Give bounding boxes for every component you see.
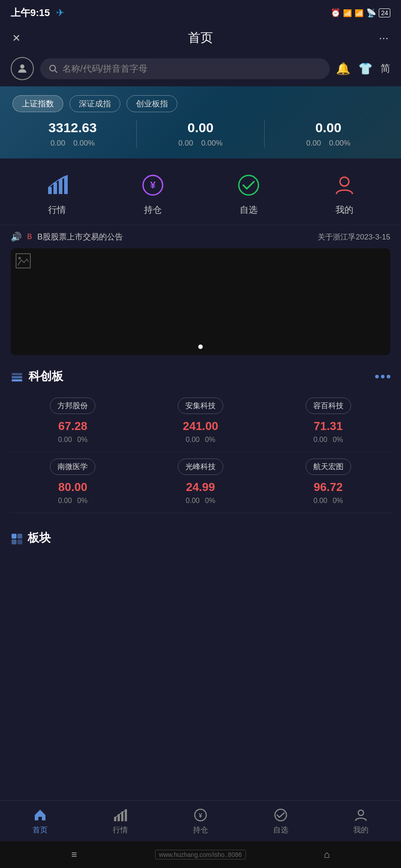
system-menu-button[interactable]: ≡ — [71, 849, 77, 860]
chuangye-change: 0.00 0.00% — [306, 139, 350, 148]
kechuangban-title-wrap: 科创板 — [11, 369, 63, 384]
nav-item-market[interactable]: 行情 — [43, 171, 71, 216]
banner-image — [11, 248, 390, 355]
wifi-icon: 📡 — [366, 8, 376, 18]
person-icon — [16, 62, 29, 75]
chuangye-change1: 0.00 — [306, 139, 321, 148]
index-divider1 — [136, 120, 137, 148]
svg-rect-14 — [12, 376, 22, 378]
svg-point-0 — [20, 65, 24, 69]
close-button[interactable]: × — [12, 30, 30, 45]
banke-icon — [11, 532, 23, 544]
page-title: 首页 — [30, 29, 371, 46]
battery-icon: 24 — [379, 8, 390, 17]
nav-label-position: 持仓 — [144, 204, 162, 216]
stock-item-3[interactable]: 南微医学 80.00 0.00 0% — [9, 452, 137, 513]
svg-rect-17 — [17, 534, 22, 539]
svg-rect-5 — [59, 179, 62, 194]
stock-grid: 方邦股份 67.28 0.00 0% 安集科技 241.00 0.00 0% 容… — [0, 391, 401, 522]
svg-line-2 — [55, 70, 57, 73]
stock-price-0: 67.28 — [58, 419, 87, 433]
banner-dot-1 — [198, 345, 203, 349]
stock-change2-4: 0% — [205, 497, 215, 505]
system-home-button[interactable]: ⌂ — [324, 849, 330, 860]
stock-name-5[interactable]: 航天宏图 — [306, 458, 351, 475]
shanghai-value: 3312.63 — [49, 120, 97, 135]
position-nav-icon: ¥ — [193, 808, 208, 822]
announcement-text: B股股票上市交易的公告 — [37, 231, 313, 242]
banke-title: 板块 — [28, 530, 51, 546]
stock-change2-3: 0% — [77, 497, 87, 505]
home-nav-icon — [33, 808, 47, 822]
more-dot-1 — [375, 375, 379, 378]
search-placeholder: 名称/代码/拼音首字母 — [62, 63, 147, 75]
bottom-nav-home-label: 首页 — [33, 825, 48, 835]
search-bar: 名称/代码/拼音首字母 🔔 👕 简 — [0, 53, 401, 86]
kechuangban-more[interactable] — [375, 375, 390, 378]
position-icon: ¥ — [139, 171, 167, 199]
nav-label-watchlist: 自选 — [240, 204, 258, 216]
svg-point-27 — [358, 810, 364, 815]
bottom-nav-mine[interactable]: 我的 — [321, 808, 401, 835]
watchlist-nav-icon — [274, 808, 288, 822]
svg-point-12 — [18, 257, 21, 260]
stock-item-4[interactable]: 光峰科技 24.99 0.00 0% — [137, 452, 265, 513]
stock-change-5: 0.00 0% — [314, 497, 343, 505]
banner[interactable] — [11, 248, 390, 355]
stock-change2-5: 0% — [333, 497, 343, 505]
tab-shanghai[interactable]: 上证指数 — [12, 95, 63, 112]
spacer — [0, 550, 401, 648]
alarm-icon: ⏰ — [331, 8, 340, 18]
stock-name-1[interactable]: 安集科技 — [178, 397, 223, 414]
stock-price-1: 241.00 — [183, 419, 218, 433]
simple-button[interactable]: 简 — [381, 62, 390, 75]
signal-icon: 📶 — [343, 9, 352, 17]
stock-name-2[interactable]: 容百科技 — [306, 397, 351, 414]
stock-name-3[interactable]: 南微医学 — [50, 458, 95, 475]
mine-icon — [330, 171, 359, 199]
stock-item-1[interactable]: 安集科技 241.00 0.00 0% — [137, 391, 265, 452]
bottom-nav-position[interactable]: ¥ 持仓 — [160, 808, 241, 835]
nav-item-mine[interactable]: 我的 — [330, 171, 359, 216]
stock-item-5[interactable]: 航天宏图 96.72 0.00 0% — [264, 452, 392, 513]
index-values: 3312.63 0.00 0.00% 0.00 0.00 0.00% 0.00 … — [12, 120, 389, 148]
more-button[interactable]: ··· — [371, 31, 389, 45]
kechuangban-stack-icon — [11, 370, 23, 383]
svg-point-1 — [50, 65, 56, 71]
tab-shenzhen[interactable]: 深证成指 — [70, 95, 120, 112]
title-bar: × 首页 ··· — [0, 25, 401, 53]
nav-item-position[interactable]: ¥ 持仓 — [139, 171, 167, 216]
status-icons: ⏰ 📶 📶 📡 24 — [331, 8, 390, 18]
tab-chuangye[interactable]: 创业板指 — [127, 95, 177, 112]
stock-change1-1: 0.00 — [186, 436, 200, 444]
nav-icons: 行情 ¥ 持仓 自选 我的 — [0, 158, 401, 225]
shirt-button[interactable]: 👕 — [358, 62, 372, 76]
svg-rect-15 — [12, 379, 22, 381]
search-actions: 🔔 👕 简 — [336, 62, 390, 76]
announcement-date: 关于浙江孚2023-3-15 — [318, 232, 390, 242]
bottom-nav-watchlist[interactable]: 自选 — [241, 808, 321, 835]
kechuangban-title: 科创板 — [29, 369, 63, 384]
stock-change-0: 0.00 0% — [58, 436, 87, 444]
stock-item-0[interactable]: 方邦股份 67.28 0.00 0% — [9, 391, 137, 452]
stock-change1-5: 0.00 — [314, 497, 327, 505]
stock-name-4[interactable]: 光峰科技 — [178, 458, 223, 475]
bottom-nav-home[interactable]: 首页 — [0, 808, 80, 835]
search-input-wrap[interactable]: 名称/代码/拼音首字母 — [40, 58, 330, 79]
svg-rect-18 — [12, 539, 16, 544]
bottom-nav-market[interactable]: 行情 — [80, 808, 160, 835]
avatar-button[interactable] — [11, 57, 34, 80]
bottom-nav-position-label: 持仓 — [193, 825, 208, 835]
chuangye-change2: 0.00% — [329, 139, 350, 148]
banner-dots — [198, 345, 203, 349]
chuangye-value: 0.00 — [315, 120, 341, 135]
speaker-icon: 🔊 — [11, 231, 22, 242]
stock-change-2: 0.00 0% — [314, 436, 343, 444]
nav-item-watchlist[interactable]: 自选 — [234, 171, 263, 216]
shanghai-change: 0.00 0.00% — [50, 139, 94, 148]
stock-item-2[interactable]: 容百科技 71.31 0.00 0% — [264, 391, 392, 452]
bell-button[interactable]: 🔔 — [336, 62, 350, 76]
stock-name-0[interactable]: 方邦股份 — [50, 397, 95, 414]
bottom-nav: 首页 行情 ¥ 持仓 自选 我的 — [0, 800, 401, 841]
stock-change-3: 0.00 0% — [58, 497, 87, 505]
